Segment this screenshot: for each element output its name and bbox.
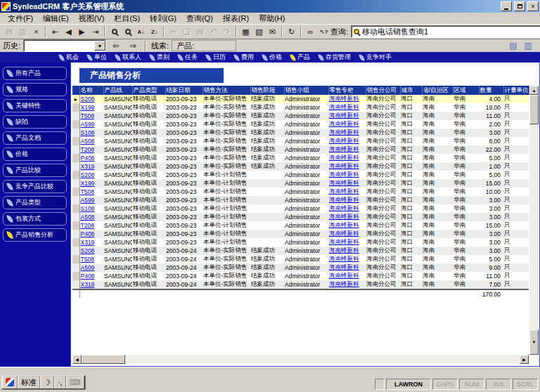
table-row[interactable]: T208SAMSUNG移动电话2003-09-23本单位-计划销售Adminis… xyxy=(72,221,529,230)
refresh-icon[interactable]: ↻ xyxy=(285,26,298,38)
table-row[interactable]: P408SAMSUNG移动电话2003-09-24本单位-实际销售结案成功Adm… xyxy=(72,272,529,280)
table-row[interactable]: X199SAMSUNG移动电话2003-09-23本单位-实际销售结案成功Adm… xyxy=(72,103,529,112)
forward-button[interactable]: ⇒ xyxy=(126,40,140,51)
cell-counter-link[interactable]: 海南蜂新科 xyxy=(329,221,359,228)
horizontal-scroll-thumb[interactable] xyxy=(82,355,125,364)
tab-task[interactable]: 任务 xyxy=(178,53,198,62)
menu-item[interactable]: 文件(F) xyxy=(3,13,38,25)
table-row[interactable]: X319SAMSUNG移动电话2003-09-24本单位-实际销售结案成功Adm… xyxy=(72,280,529,289)
close-button[interactable]: × xyxy=(527,1,539,11)
cell-counter-link[interactable]: 海南蜂新科 xyxy=(329,188,359,195)
last-record-icon[interactable]: ⇥ xyxy=(89,26,102,38)
column-header[interactable]: 产品类型 xyxy=(132,86,165,95)
table-row[interactable]: A509SAMSUNG移动电话2003-09-24本单位-实际销售结案成功Adm… xyxy=(72,263,529,272)
ime-softkeyboard-button[interactable]: ⌨ xyxy=(66,376,84,388)
table-row[interactable]: A508SAMSUNG移动电话2003-09-23本单位-实际销售结案成功Adm… xyxy=(72,137,529,145)
cell-name-link[interactable]: X199 xyxy=(81,180,95,187)
column-header[interactable]: 销售小组 xyxy=(284,86,328,95)
table-row[interactable]: A508SAMSUNG移动电话2003-09-23本单位-计划销售Adminis… xyxy=(72,213,529,221)
ime-icon-button[interactable] xyxy=(2,376,18,388)
column-header[interactable]: 结案日期 xyxy=(165,86,202,95)
menu-item[interactable]: 栏目(S) xyxy=(109,13,145,25)
export-icon[interactable]: ▧ xyxy=(252,26,266,38)
table-row[interactable]: S108SAMSUNG移动电话2003-09-23本单位-实际销售结案成功Adm… xyxy=(72,129,529,137)
cell-name-link[interactable]: X319 xyxy=(81,281,95,288)
scroll-track[interactable] xyxy=(125,355,520,364)
sidebar-item-defects[interactable]: 缺陷 xyxy=(3,115,67,129)
cell-counter-link[interactable]: 海南蜂新科 xyxy=(329,112,359,119)
sidebar-item-competitor-product-compare[interactable]: 竞争产品比较 xyxy=(3,180,67,193)
cell-name-link[interactable]: A509 xyxy=(81,264,95,271)
column-header[interactable]: 区域 xyxy=(453,86,479,95)
cell-name-link[interactable]: P408 xyxy=(81,273,95,280)
table-row[interactable]: X319SAMSUNG移动电话2003-09-23本单位-实际销售结案成功Adm… xyxy=(72,162,529,171)
cell-name-link[interactable]: T208 xyxy=(81,146,94,153)
cell-counter-link[interactable]: 海南蜂新科 xyxy=(329,145,359,152)
cell-name-link[interactable]: A599 xyxy=(81,197,95,204)
sidebar-item-key-features[interactable]: 关键特性 xyxy=(3,99,67,112)
column-header[interactable]: 销售阶段 xyxy=(250,86,284,95)
cell-counter-link[interactable]: 海南蜂新科 xyxy=(329,154,359,161)
mail-icon[interactable]: ✉ xyxy=(266,26,279,38)
tab-calendar[interactable]: 日历 xyxy=(206,53,226,62)
find-record-icon[interactable] xyxy=(108,26,121,38)
cell-name-link[interactable]: S208 xyxy=(81,171,95,178)
table-row[interactable]: T508SAMSUNG移动电话2003-09-24本单位-实际销售结案成功Adm… xyxy=(72,255,529,263)
column-header[interactable]: 销售方法 xyxy=(202,86,250,95)
scroll-left-button[interactable]: ◀ xyxy=(72,355,82,364)
prev-record-icon[interactable]: ◀ xyxy=(62,26,75,38)
table-row[interactable]: P408SAMSUNG移动电话2003-09-23本单位-计划销售Adminis… xyxy=(72,230,529,238)
card-view-icon[interactable]: ▥ xyxy=(522,40,534,51)
cell-counter-link[interactable]: 海南蜂新科 xyxy=(329,162,359,169)
vertical-scroll-thumb[interactable] xyxy=(529,95,539,124)
cell-name-link[interactable]: S108 xyxy=(81,129,95,136)
cell-counter-link[interactable]: 海南蜂新科 xyxy=(329,120,359,127)
column-header[interactable]: 零售专柜 xyxy=(328,86,366,95)
tab-expense[interactable]: 费用 xyxy=(234,53,254,62)
sidebar-item-price[interactable]: 价格 xyxy=(3,148,67,161)
cell-name-link[interactable]: X319 xyxy=(81,163,95,170)
horizontal-scrollbar[interactable]: ◀ ▶ xyxy=(72,355,529,364)
menu-item[interactable]: 帮助(H) xyxy=(254,13,290,25)
tab-competitor[interactable]: 竞争对手 xyxy=(359,53,392,62)
query-combobox[interactable]: 移动电话销售查询1 ▼ xyxy=(351,25,540,38)
cell-name-link[interactable]: A599 xyxy=(81,121,95,128)
history-dropdown-arrow[interactable]: ▼ xyxy=(94,41,105,51)
scroll-up-button[interactable]: ▲ xyxy=(529,86,539,95)
sidebar-item-product-category[interactable]: 产品类型 xyxy=(3,196,67,209)
cell-name-link[interactable]: X319 xyxy=(81,239,95,246)
cell-counter-link[interactable]: 海南蜂新科 xyxy=(329,179,359,186)
minimize-button[interactable] xyxy=(501,1,512,11)
scroll-down-button[interactable]: ▼ xyxy=(529,329,539,355)
cell-name-link[interactable]: S108 xyxy=(81,205,95,212)
tab-contact[interactable]: 联系人 xyxy=(115,53,141,62)
tab-opportunity[interactable]: 机会 xyxy=(59,53,79,62)
cell-counter-link[interactable]: 海南蜂新科 xyxy=(329,272,359,279)
cell-counter-link[interactable]: 海南蜂新科 xyxy=(329,263,359,270)
cell-counter-link[interactable]: 海南蜂新科 xyxy=(329,196,359,203)
table-row[interactable]: S208SAMSUNG移动电话2003-09-23本单位-计划销售Adminis… xyxy=(72,171,529,179)
column-header[interactable]: 销售分公司 xyxy=(366,86,400,95)
column-header[interactable]: 数量 xyxy=(479,86,503,95)
cell-counter-link[interactable]: 海南蜂新科 xyxy=(329,129,359,136)
tab-category[interactable]: 类别 xyxy=(150,53,169,62)
cell-name-link[interactable]: A508 xyxy=(81,214,95,221)
table-row[interactable]: T508SAMSUNG移动电话2003-09-23本单位-实际销售结案成功Adm… xyxy=(72,112,529,120)
cell-name-link[interactable]: S208 xyxy=(81,247,95,254)
back-button[interactable]: ⇐ xyxy=(109,40,123,51)
cell-counter-link[interactable]: 海南蜂新科 xyxy=(329,103,359,110)
cell-counter-link[interactable]: 海南蜂新科 xyxy=(329,204,359,211)
cell-counter-link[interactable]: 海南蜂新科 xyxy=(329,95,359,102)
history-combobox[interactable]: ▼ xyxy=(23,39,106,52)
table-row[interactable]: X319SAMSUNG移动电话2003-09-23本单位-计划销售Adminis… xyxy=(72,238,529,247)
cell-counter-link[interactable]: 海南蜂新科 xyxy=(329,238,359,245)
menu-item[interactable]: 视图(V) xyxy=(74,13,110,25)
tab-inventory[interactable]: 存货管理 xyxy=(319,53,351,62)
print-icon[interactable]: ▦ xyxy=(239,26,252,38)
table-row[interactable]: X199SAMSUNG移动电话2003-09-23本单位-计划销售Adminis… xyxy=(72,179,529,188)
column-header[interactable]: 产品线 xyxy=(103,86,132,95)
tab-unit[interactable]: 单位 xyxy=(87,53,107,62)
menu-item[interactable]: 编辑(E) xyxy=(38,13,74,25)
menu-item[interactable]: 查询(Q) xyxy=(181,13,218,25)
cell-name-link[interactable]: X199 xyxy=(81,104,95,111)
